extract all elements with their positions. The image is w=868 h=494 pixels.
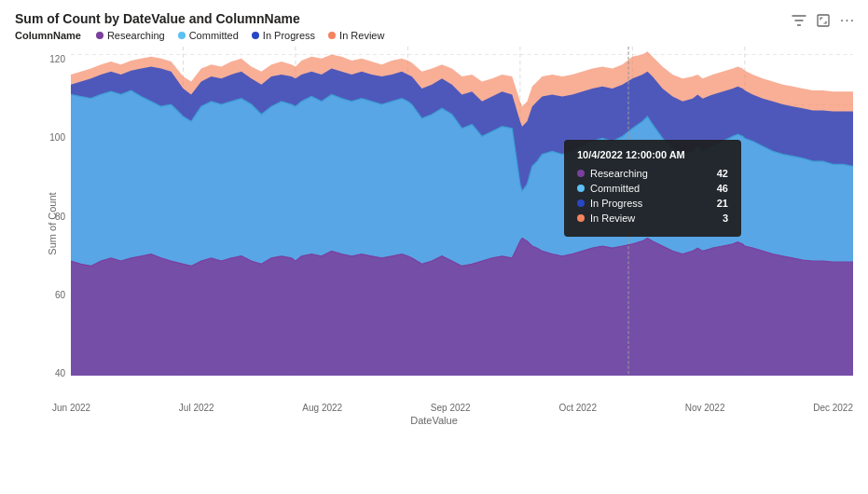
x-tick-aug2022: Aug 2022 <box>302 403 342 413</box>
more-options-icon[interactable]: ··· <box>838 11 857 30</box>
x-tick-jun2022: Jun 2022 <box>52 403 90 413</box>
svg-rect-0 <box>818 15 829 26</box>
legend-item-committed: Committed <box>178 30 239 41</box>
legend-item-inreview: In Review <box>328 30 384 41</box>
y-axis-label: Sum of Count <box>47 192 58 254</box>
y-tick-120: 120 <box>49 54 65 64</box>
x-tick-sep2022: Sep 2022 <box>431 403 471 413</box>
x-tick-oct2022: Oct 2022 <box>558 403 597 413</box>
x-tick-jul2022: Jul 2022 <box>179 403 214 413</box>
chart-title: Sum of Count by DateValue and ColumnName <box>15 11 853 26</box>
x-axis: Jun 2022 Jul 2022 Aug 2022 Sep 2022 Oct … <box>15 403 853 413</box>
filter-icon[interactable] <box>790 11 808 30</box>
x-tick-nov2022: Nov 2022 <box>685 403 725 413</box>
legend-label-inprogress: In Progress <box>263 30 315 41</box>
expand-icon[interactable] <box>814 11 833 30</box>
legend: ColumnName Researching Committed In Prog… <box>15 30 853 41</box>
legend-column-label: ColumnName <box>15 30 81 41</box>
chart-svg <box>71 47 853 401</box>
x-tick-dec2022: Dec 2022 <box>813 403 853 413</box>
legend-label-committed: Committed <box>189 30 239 41</box>
chart-container: Sum of Count by DateValue and ColumnName… <box>0 0 868 494</box>
legend-item-researching: Researching <box>96 30 165 41</box>
legend-label-inreview: In Review <box>339 30 384 41</box>
chart-toolbar: ··· <box>790 11 857 30</box>
legend-item-inprogress: In Progress <box>252 30 315 41</box>
legend-label-researching: Researching <box>107 30 165 41</box>
y-tick-40: 40 <box>55 368 65 378</box>
x-axis-title: DateValue <box>15 415 853 426</box>
y-tick-60: 60 <box>55 290 65 300</box>
y-tick-100: 100 <box>49 132 65 143</box>
chart-plot-area[interactable]: 10/4/2022 12:00:00 AM Researching 42 Com… <box>71 47 853 401</box>
